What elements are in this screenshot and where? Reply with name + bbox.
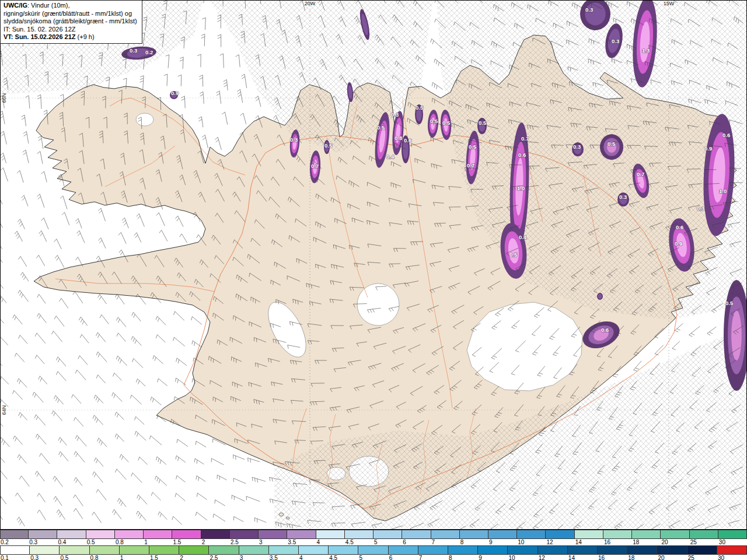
scale-color-chip xyxy=(632,530,661,539)
scale-color-chip xyxy=(120,545,149,555)
scale-color-chip xyxy=(517,530,546,539)
scale-color-chip xyxy=(402,530,431,539)
precip-value-label: 1.0 xyxy=(719,188,727,194)
scale-color-chip xyxy=(316,530,345,539)
scale-tick-label: 6 xyxy=(389,555,418,560)
scale-tick-label: 0.8 xyxy=(115,539,144,545)
scale-tick-label: 3.5 xyxy=(287,539,316,545)
precip-value-label: 0.7 xyxy=(637,171,644,177)
precip-value-label: 0.3 xyxy=(391,111,399,118)
scale-color-chip xyxy=(389,545,418,555)
scale-cell: 9 xyxy=(478,545,508,560)
scale-cell: 4.5 xyxy=(329,545,358,560)
scale-color-chip xyxy=(418,545,448,555)
scale-color-chip xyxy=(661,530,689,539)
scale-tick-label: 4.5 xyxy=(329,555,358,560)
precip-value-label: 0.7 xyxy=(311,163,319,169)
scale-tick-label: 16 xyxy=(598,555,627,560)
precip-value-label: 0.5 xyxy=(469,144,477,150)
scale-tick-label: 4 xyxy=(299,555,329,560)
precip-value-label: 0.5 xyxy=(509,251,518,258)
scale-cell: 3.5 xyxy=(287,530,316,545)
iceland-weather-map: 0.30.31.30.30.20.90.30.70.50.30.50.80.60… xyxy=(0,0,747,530)
scale-cell: 2.5 xyxy=(230,530,259,545)
scale-color-chip xyxy=(29,530,57,539)
scale-tick-label: 30 xyxy=(718,539,747,545)
scale-tick-label: 14 xyxy=(568,555,598,560)
scale-tick-label: 1 xyxy=(144,539,172,545)
precip-value-label: 0.5 xyxy=(430,118,438,124)
scale-cell: 2 xyxy=(201,530,230,545)
scale-color-chip xyxy=(431,530,460,539)
scale-color-chip xyxy=(508,545,537,555)
scale-cell: 18 xyxy=(632,530,661,545)
sleet-snow-scale: 0.20.30.40.50.811.522.533.544.5567891012… xyxy=(0,530,747,545)
scale-color-chip xyxy=(717,545,747,555)
scale-color-chip xyxy=(30,545,60,555)
scale-tick-label: 4 xyxy=(316,539,345,545)
scale-cell: 8 xyxy=(460,530,488,545)
scale-cell: 1 xyxy=(120,545,149,560)
scale-color-chip xyxy=(627,545,657,555)
scale-color-chip xyxy=(460,530,488,539)
scale-cell: 0.3 xyxy=(30,545,60,560)
scale-cell: 8 xyxy=(448,545,478,560)
scale-cell: 16 xyxy=(603,530,632,545)
valid-time-offset: (+9 h) xyxy=(76,33,95,40)
precip-value-label: 0.4 xyxy=(386,153,395,160)
scale-cell: 0.5 xyxy=(60,545,89,560)
scale-color-chip xyxy=(718,530,747,539)
precip-value-label: 0.5 xyxy=(479,120,487,126)
scale-cell: 0.4 xyxy=(57,530,86,545)
legend-line-sleet: slydda/snjókoma (grátt/bleikt/grænt - mm… xyxy=(4,18,137,26)
scale-cell: 0.8 xyxy=(115,530,144,545)
latitude-label: 66N xyxy=(1,93,7,103)
scale-cell: 0.1 xyxy=(0,545,30,560)
scale-color-chip xyxy=(657,545,687,555)
scale-tick-label: 8 xyxy=(460,539,488,545)
legend-line1-rest: : Vindur (10m), xyxy=(27,2,70,9)
scale-color-chip xyxy=(115,530,144,539)
scale-tick-label: 0.5 xyxy=(60,555,89,560)
precip-value-label: 0.9 xyxy=(675,240,682,247)
scale-color-chip xyxy=(448,545,478,555)
scale-tick-label: 14 xyxy=(575,539,603,545)
scale-cell: 18 xyxy=(627,545,657,560)
precip-value-label: 0.3 xyxy=(585,6,593,13)
scale-color-chip xyxy=(329,545,358,555)
scale-cell: 1.5 xyxy=(172,530,201,545)
scale-cell: 0.3 xyxy=(29,530,57,545)
scale-cell: 30 xyxy=(717,545,747,560)
precip-value-label: 0.5 xyxy=(725,300,734,306)
scale-tick-label: 10 xyxy=(517,539,546,545)
scale-cell: 10 xyxy=(517,530,546,545)
scale-cell: 20 xyxy=(661,530,689,545)
model-name: UWC/IG xyxy=(4,2,27,9)
scale-cell: 6 xyxy=(389,545,418,560)
scale-tick-label: 4.5 xyxy=(345,539,374,545)
scale-cell: 4.5 xyxy=(345,530,374,545)
scale-tick-label: 12 xyxy=(546,539,574,545)
scale-tick-label: 7 xyxy=(431,539,460,545)
scale-cell: 9 xyxy=(488,530,517,545)
precip-value-label: 0.8 xyxy=(395,135,402,141)
scale-cell: 12 xyxy=(538,545,568,560)
precip-value-label: 0.3 xyxy=(697,205,704,212)
scale-color-chip xyxy=(57,530,86,539)
scale-color-chip xyxy=(687,545,717,555)
scale-color-chip xyxy=(299,545,329,555)
precip-value-label: 0.5 xyxy=(608,141,616,147)
precip-value-label: 0.5 xyxy=(377,124,385,131)
legend-line-model: UWC/IG: Vindur (10m), xyxy=(4,2,137,10)
precip-value-label: 0.7 xyxy=(467,162,474,169)
scale-cell: 7 xyxy=(418,545,448,560)
scale-cell: 30 xyxy=(718,530,747,545)
precip-value-label: 1.0 xyxy=(517,185,525,191)
scale-color-chip xyxy=(201,530,230,539)
scale-color-chip xyxy=(598,545,627,555)
scale-color-chip xyxy=(269,545,299,555)
scale-color-chip xyxy=(149,545,179,555)
scale-cell: 1 xyxy=(144,530,172,545)
scale-cell: 14 xyxy=(575,530,603,545)
scale-color-chip xyxy=(86,530,115,539)
